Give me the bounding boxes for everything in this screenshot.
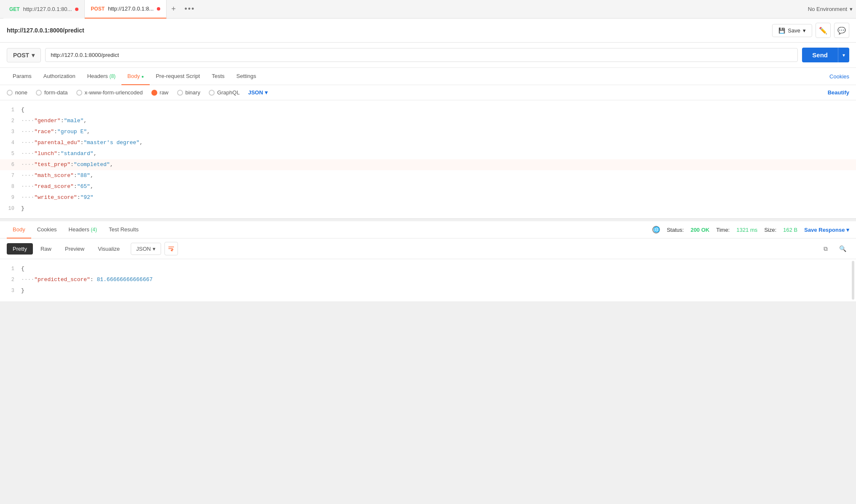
edit-button[interactable]: ✏️ (816, 23, 831, 38)
code-line-8: 8 ····"read_score":"65", (0, 181, 856, 192)
line-num-6: 6 (0, 159, 21, 170)
radio-raw-indicator (151, 90, 157, 96)
tab-post-method: POST (91, 6, 105, 12)
line-num-3: 3 (0, 126, 21, 137)
request-tabs-nav: Params Authorization Headers (8) Body ● … (0, 68, 856, 85)
radio-raw[interactable]: raw (151, 89, 169, 96)
line-num-9: 9 (0, 192, 21, 203)
tab-get[interactable]: GET http://127.0.0.1:80... (3, 0, 85, 19)
tab-nav-authorization[interactable]: Authorization (38, 68, 81, 85)
tab-get-url: http://127.0.0.1:80... (23, 6, 72, 12)
line-content-5: ····"lunch":"standard", (21, 148, 856, 159)
line-content-1: { (21, 105, 856, 115)
radio-urlencoded-indicator (76, 90, 82, 96)
send-label: Send (812, 51, 828, 59)
size-label: Size: (764, 227, 776, 233)
response-line-content-1: { (21, 263, 856, 274)
send-dropdown-button[interactable]: ▾ (838, 48, 849, 62)
code-line-10: 10 } (0, 203, 856, 214)
response-format-dropdown[interactable]: JSON ▾ (131, 243, 161, 255)
radio-form-data-indicator (36, 90, 42, 96)
radio-binary[interactable]: binary (177, 89, 200, 96)
format-tab-preview[interactable]: Preview (59, 243, 90, 255)
line-num-7: 7 (0, 170, 21, 181)
json-format-arrow: ▾ (265, 89, 268, 96)
response-code-area[interactable]: 1 { 2 ····"predicted_score": 81.66666666… (0, 259, 856, 301)
radio-none-indicator (7, 90, 13, 96)
line-content-8: ····"read_score":"65", (21, 181, 856, 192)
radio-urlencoded[interactable]: x-www-form-urlencoded (76, 89, 143, 96)
code-line-2: 2 ····"gender":"male", (0, 115, 856, 126)
format-tab-pretty-label: Pretty (13, 246, 27, 252)
status-value: 200 OK (691, 227, 710, 233)
env-selector-label: No Environment (808, 6, 847, 12)
tab-nav-params[interactable]: Params (7, 68, 38, 85)
tab-nav-headers-label: Headers (87, 73, 110, 79)
search-button[interactable]: 🔍 (836, 242, 849, 255)
tab-nav-params-label: Params (13, 73, 32, 79)
line-num-5: 5 (0, 148, 21, 159)
tab-nav-prerequest[interactable]: Pre-request Script (150, 68, 206, 85)
format-tab-raw-label: Raw (40, 246, 51, 252)
url-bar: http://127.0.0.1:8000/predict 💾 Save ▾ ✏… (0, 19, 856, 43)
code-line-4: 4 ····"parental_edu":"master's degree", (0, 137, 856, 148)
line-num-10: 10 (0, 203, 21, 214)
response-line-2: 2 ····"predicted_score": 81.666666666666… (0, 274, 856, 285)
tab-post-dot (157, 7, 160, 11)
copy-button[interactable]: ⧉ (819, 242, 832, 255)
save-dropdown-arrow[interactable]: ▾ (803, 27, 806, 34)
radio-form-data[interactable]: form-data (36, 89, 68, 96)
json-format-dropdown[interactable]: JSON ▾ (248, 89, 267, 96)
method-select[interactable]: POST ▾ (7, 48, 41, 62)
tab-nav-authorization-label: Authorization (43, 73, 75, 79)
tab-post[interactable]: POST http://127.0.0.1:8... (85, 0, 167, 19)
tab-nav-tests-label: Tests (212, 73, 224, 79)
response-tab-body-label: Body (13, 226, 25, 233)
response-tab-test-results-label: Test Results (109, 226, 139, 233)
radio-binary-indicator (177, 90, 183, 96)
format-tab-visualize[interactable]: Visualize (92, 243, 126, 255)
wrap-button[interactable] (164, 242, 178, 255)
response-tab-test-results[interactable]: Test Results (103, 221, 145, 239)
tab-more-button[interactable]: ••• (180, 0, 199, 19)
env-selector[interactable]: No Environment ▾ (808, 6, 853, 12)
save-response-arrow: ▾ (846, 227, 849, 233)
radio-none[interactable]: none (7, 89, 27, 96)
time-label: Time: (716, 227, 729, 233)
response-line-content-2: ····"predicted_score": 81.66666666666667 (21, 274, 856, 285)
method-label: POST (13, 52, 29, 59)
response-tab-headers[interactable]: Headers (4) (63, 221, 103, 239)
method-arrow: ▾ (32, 52, 35, 59)
cookies-link[interactable]: Cookies (829, 73, 849, 80)
request-body-editor[interactable]: 1 { 2 ····"gender":"male", 3 ····"race":… (0, 100, 856, 219)
radio-graphql[interactable]: GraphQL (209, 89, 240, 96)
response-tab-body[interactable]: Body (7, 221, 31, 239)
response-tab-cookies[interactable]: Cookies (31, 221, 63, 239)
tab-nav-body-label: Body (127, 73, 141, 79)
url-input[interactable] (45, 48, 798, 62)
beautify-link[interactable]: Beautify (828, 89, 849, 96)
line-num-2: 2 (0, 115, 21, 126)
json-format-label: JSON (248, 89, 263, 96)
radio-raw-label: raw (160, 89, 169, 96)
tab-nav-tests[interactable]: Tests (206, 68, 230, 85)
save-button[interactable]: 💾 Save ▾ (772, 24, 812, 37)
response-area: Body Cookies Headers (4) Test Results 🌐 … (0, 219, 856, 301)
line-num-8: 8 (0, 181, 21, 192)
tab-add-button[interactable]: + (167, 0, 180, 19)
tab-nav-body[interactable]: Body ● (121, 68, 150, 85)
comment-button[interactable]: 💬 (834, 23, 849, 38)
code-line-9: 9 ····"write_score":"92" (0, 192, 856, 203)
format-tab-raw[interactable]: Raw (35, 243, 57, 255)
tab-nav-settings[interactable]: Settings (231, 68, 262, 85)
format-tab-pretty[interactable]: Pretty (7, 243, 33, 255)
save-response-button[interactable]: Save Response ▾ (804, 227, 849, 233)
response-format-arrow: ▾ (153, 246, 156, 252)
scrollbar[interactable] (852, 261, 854, 300)
tab-nav-headers[interactable]: Headers (8) (81, 68, 121, 85)
line-content-2: ····"gender":"male", (21, 115, 856, 126)
response-headers-badge: (4) (91, 227, 97, 233)
save-icon: 💾 (778, 27, 785, 34)
send-button[interactable]: Send (802, 48, 838, 62)
radio-graphql-label: GraphQL (217, 89, 240, 96)
